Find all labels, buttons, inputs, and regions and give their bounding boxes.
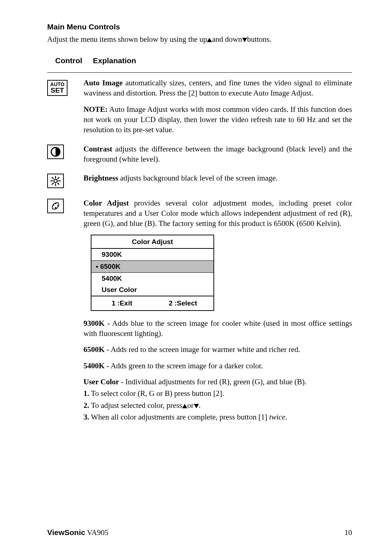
header-explanation: Explanation (93, 56, 352, 66)
contrast-icon (47, 145, 64, 159)
svg-point-12 (57, 205, 58, 206)
s3a: 3. (83, 413, 89, 421)
body-color-adjust: Color Adjust provides several color adju… (83, 198, 352, 422)
s2b-pre: To adjust selected color, press (89, 401, 182, 410)
menu-5400k: 5400K (91, 273, 213, 284)
menu-title: Color Adjust (91, 235, 213, 249)
svg-point-13 (55, 207, 56, 208)
down-arrow-icon (194, 404, 199, 408)
contrast-la: Contrast (83, 145, 112, 153)
svg-point-1 (54, 179, 57, 183)
ucA: User Color (83, 377, 121, 386)
svg-line-8 (52, 183, 54, 185)
down-arrow-icon (242, 38, 247, 42)
auto-p1a: Auto Image (83, 78, 123, 87)
auto-p2a: NOTE: (83, 105, 108, 114)
brightness-la: Brightness (83, 174, 118, 182)
menu-9300k: 9300K (91, 249, 213, 260)
intro-line: Adjust the menu items shown below by usi… (47, 34, 352, 44)
auto-p2: NOTE: Auto Image Adjust works with most … (83, 104, 352, 135)
k6500a: 6500K - (83, 345, 109, 354)
brightness-lb: adjusts background black level of the sc… (118, 174, 278, 182)
intro-pre: Adjust the menu items shown below by usi… (47, 35, 207, 44)
s2a: 2. (83, 401, 89, 410)
s1b: To select color (R, G or B) press button… (89, 389, 224, 398)
s2b-post: . (199, 401, 201, 410)
menu-exit: 1 :Exit (91, 299, 152, 308)
k9300a: 9300K - (83, 319, 110, 328)
svg-point-10 (53, 204, 54, 205)
row-brightness: Brightness adjusts background black leve… (47, 173, 352, 189)
header-control: Control (55, 56, 93, 66)
user-color-steps: 1. To select color (R, G or B) press but… (83, 388, 352, 422)
color-adjust-icon (47, 199, 64, 213)
desc-5400k: 5400K - Adds green to the screen image f… (83, 361, 352, 371)
desc-9300k: 9300K - Adds blue to the screen image fo… (83, 318, 352, 339)
k5400a: 5400K - (83, 361, 109, 370)
body-brightness: Brightness adjusts background black leve… (83, 173, 352, 183)
page-footer: ViewSonic VA905 10 (47, 527, 352, 538)
color-adjust-menu: Color Adjust 9300K • 6500K 5400K User Co… (91, 235, 214, 311)
auto-p1b: automatically sizes, centers, and fine t… (83, 78, 352, 97)
s3b-it: twice (269, 413, 285, 421)
coloradjust-p: Color Adjust provides several color adju… (83, 198, 352, 229)
auto-p2b: Auto Image Adjust works with most common… (83, 105, 352, 134)
divider (47, 72, 352, 73)
menu-footer: 1 :Exit 2 :Select (91, 296, 213, 310)
step-2: 2. To adjust selected color, pressor. (83, 400, 352, 410)
s3b-post: . (285, 413, 287, 421)
contrast-lb: adjusts the difference between the image… (83, 145, 352, 163)
svg-point-11 (55, 203, 56, 204)
menu-6500k-selected: • 6500K (91, 261, 213, 272)
k9300b: Adds blue to the screen image for cooler… (83, 319, 352, 338)
ucB: - Individual adjustments for red (R), gr… (121, 377, 306, 386)
intro-mid: and down (212, 35, 242, 44)
icon-cell (47, 144, 83, 160)
s2b-mid: or (187, 401, 194, 410)
section-title: Main Menu Controls (47, 22, 352, 32)
auto-set-icon: AUTO SET (47, 80, 68, 96)
intro-post: buttons. (247, 35, 271, 44)
brightness-p: Brightness adjusts background black leve… (83, 173, 352, 183)
contrast-p: Contrast adjusts the difference between … (83, 144, 352, 165)
menu-select: 2 :Select (152, 299, 213, 308)
icon-cell: AUTO SET (47, 78, 83, 96)
desc-6500k: 6500K - Adds red to the screen image for… (83, 344, 352, 355)
column-headers: Control Explanation (47, 56, 352, 66)
svg-line-6 (52, 178, 54, 179)
menu-user-color: User Color (91, 284, 213, 296)
s3b-pre: When all color adjustments are complete,… (89, 413, 269, 421)
footer-model: VA905 (85, 528, 109, 537)
desc-user-color: User Color - Individual adjustments for … (83, 377, 352, 387)
svg-line-9 (58, 178, 59, 179)
footer-left: ViewSonic VA905 (47, 527, 109, 538)
up-arrow-icon (182, 404, 187, 408)
s1a: 1. (83, 389, 89, 398)
svg-line-7 (58, 183, 59, 185)
body-auto: Auto Image automatically sizes, centers,… (83, 78, 352, 135)
auto-p1: Auto Image automatically sizes, centers,… (83, 78, 352, 98)
k6500b: Adds red to the screen image for warmer … (109, 345, 301, 354)
auto-text: AUTO (50, 82, 64, 87)
up-arrow-icon (207, 38, 212, 42)
set-text: SET (51, 87, 64, 94)
brightness-icon (47, 174, 64, 188)
row-color-adjust: Color Adjust provides several color adju… (47, 198, 352, 422)
footer-brand: ViewSonic (47, 528, 85, 536)
row-contrast: Contrast adjusts the difference between … (47, 144, 352, 165)
step-3: 3. When all color adjustments are comple… (83, 412, 352, 422)
ca-la: Color Adjust (83, 199, 129, 207)
body-contrast: Contrast adjusts the difference between … (83, 144, 352, 165)
step-1: 1. To select color (R, G or B) press but… (83, 388, 352, 398)
footer-page: 10 (344, 527, 352, 538)
icon-cell (47, 173, 83, 189)
icon-cell (47, 198, 83, 214)
k5400b: Adds green to the screen image for a dar… (109, 361, 263, 370)
row-auto-image: AUTO SET Auto Image automatically sizes,… (47, 78, 352, 135)
